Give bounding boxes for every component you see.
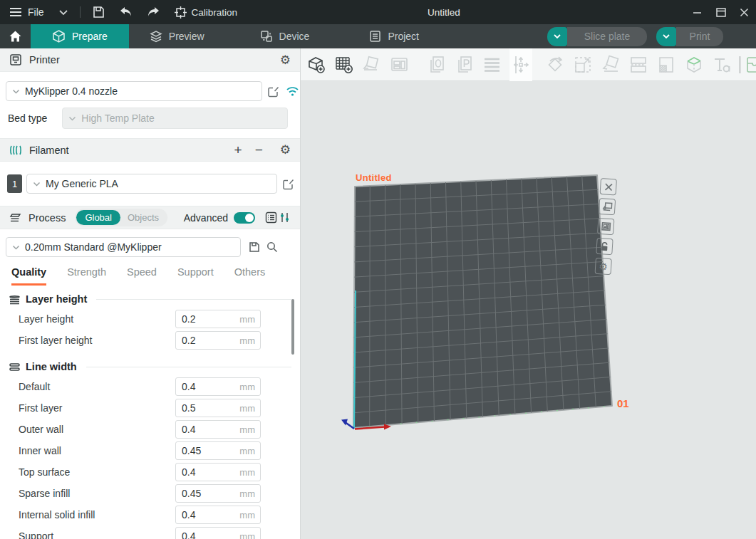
remove-filament-button[interactable]: − (255, 142, 263, 158)
tab-preview[interactable]: Preview (130, 24, 224, 48)
save-preset-icon[interactable] (249, 241, 260, 253)
filament-slot-badge: 1 (7, 174, 22, 193)
scope-objects-button[interactable]: Objects (120, 212, 166, 223)
print-button[interactable]: Print (676, 27, 723, 46)
printer-section-header: Printer ⚙ (0, 48, 300, 72)
tab-project[interactable]: Project (350, 24, 438, 48)
assembly-list-icon[interactable] (482, 55, 502, 75)
scope-global-button[interactable]: Global (76, 210, 120, 225)
maximize-button[interactable] (709, 0, 732, 24)
advanced-toggle[interactable] (234, 212, 255, 224)
add-filament-button[interactable]: + (234, 142, 242, 158)
redo-button[interactable] (146, 6, 160, 18)
filament-settings-gear-icon[interactable]: ⚙ (280, 144, 291, 156)
param-row: Default mm (0, 376, 300, 397)
param-row: Top surface mm (0, 461, 300, 483)
layer-height-input[interactable] (176, 313, 224, 325)
slice-plate-button[interactable]: Slice plate (567, 27, 647, 46)
tab-support[interactable]: Support (177, 266, 214, 286)
print-dropdown-button[interactable] (656, 27, 676, 46)
move-tool-icon[interactable] (511, 55, 531, 75)
tab-speed[interactable]: Speed (127, 266, 157, 286)
param-input-box: mm (175, 399, 261, 417)
filament-header-label: Filament (29, 145, 69, 156)
top-surface-line-width-input[interactable] (176, 466, 224, 478)
arrange-plate-button[interactable] (599, 198, 616, 215)
unit-label: mm (239, 382, 260, 392)
first-layer-line-width-input[interactable] (176, 402, 224, 414)
unit-label: mm (239, 510, 260, 520)
edit-filament-icon[interactable] (282, 178, 294, 190)
inner-wall-line-width-input[interactable] (176, 445, 224, 456)
chevron-down-icon (12, 89, 20, 94)
param-row: Layer height mm (0, 308, 300, 330)
param-row: First layer height mm (0, 330, 300, 351)
process-preset-select[interactable]: 0.20mm Standard @MyKlipper (6, 237, 241, 257)
chevron-down-icon (12, 245, 20, 250)
first-layer-height-input[interactable] (176, 335, 224, 346)
add-object-icon[interactable] (306, 55, 326, 75)
slice-plate-label: Slice plate (584, 31, 631, 42)
file-menu-chevron[interactable] (58, 9, 68, 16)
wifi-connection-icon[interactable] (286, 86, 299, 97)
text-shape-icon[interactable] (712, 55, 732, 75)
assembly-view-icon[interactable] (746, 55, 756, 75)
place-on-face-icon[interactable] (601, 55, 621, 75)
delete-plate-button[interactable] (600, 178, 617, 195)
split-to-parts-icon[interactable] (656, 55, 676, 75)
plate-name-label[interactable]: Untitled (356, 172, 392, 183)
tab-others[interactable]: Others (234, 266, 266, 286)
close-button[interactable] (732, 0, 756, 24)
undo-icon (119, 6, 133, 18)
chevron-down-icon (662, 33, 670, 39)
viewport-3d[interactable]: Untitled 01 ⚙ (301, 48, 756, 539)
default-line-width-input[interactable] (176, 381, 224, 392)
layer-height-icon (9, 294, 21, 305)
lock-plate-button[interactable] (596, 238, 613, 255)
preset-list-icon[interactable] (265, 211, 277, 224)
save-button[interactable] (92, 6, 105, 19)
bed-type-label: Bed type (8, 112, 47, 124)
param-row: Outer wall mm (0, 419, 300, 440)
tab-strength[interactable]: Strength (67, 266, 106, 286)
add-plate-icon[interactable] (333, 55, 353, 75)
edit-printer-icon[interactable] (267, 85, 279, 98)
plate-layout-button[interactable] (597, 218, 614, 235)
support-line-width-input[interactable] (176, 530, 224, 539)
outer-wall-line-width-input[interactable] (176, 424, 224, 435)
auto-orient-icon[interactable] (361, 55, 381, 75)
printer-settings-gear-icon[interactable]: ⚙ (280, 54, 291, 66)
param-label: Top surface (19, 466, 175, 478)
scale-tool-icon[interactable] (573, 55, 593, 75)
printer-preset-select[interactable]: MyKlipper 0.4 nozzle (6, 81, 262, 101)
slice-dropdown-button[interactable] (547, 27, 567, 46)
plate-settings-button[interactable]: ⚙ (595, 258, 612, 275)
arrange-icon[interactable] (389, 55, 409, 75)
bed-type-select[interactable]: High Temp Plate (62, 108, 288, 129)
home-button[interactable] (0, 24, 31, 48)
split-to-objects-icon[interactable] (628, 55, 648, 75)
calibration-button[interactable]: Calibration (175, 6, 238, 19)
undo-button[interactable] (119, 6, 133, 18)
internal-solid-infill-line-width-input[interactable] (176, 509, 224, 520)
sparse-infill-line-width-input[interactable] (176, 488, 224, 499)
process-icon (9, 212, 23, 224)
file-menu[interactable]: File (9, 6, 44, 18)
mesh-boolean-icon[interactable] (684, 55, 704, 75)
tab-prepare[interactable]: Prepare (31, 24, 129, 48)
sidebar-scrollbar[interactable] (291, 299, 294, 355)
tab-device-label: Device (279, 31, 310, 42)
device-icon (260, 30, 273, 43)
search-params-icon[interactable] (266, 241, 278, 253)
compare-presets-icon[interactable] (279, 211, 291, 224)
tab-device[interactable]: Device (241, 24, 329, 48)
minimize-button[interactable] (685, 0, 709, 24)
paste-icon[interactable] (454, 55, 474, 75)
build-plate[interactable] (301, 48, 756, 539)
process-tab-row: Quality Strength Speed Support Others (0, 266, 300, 286)
copy-icon[interactable] (426, 55, 446, 75)
filament-preset-select[interactable]: My Generic PLA (26, 174, 277, 194)
param-label: Outer wall (19, 424, 175, 435)
tab-quality[interactable]: Quality (11, 266, 46, 286)
rotate-tool-icon[interactable] (545, 55, 565, 75)
